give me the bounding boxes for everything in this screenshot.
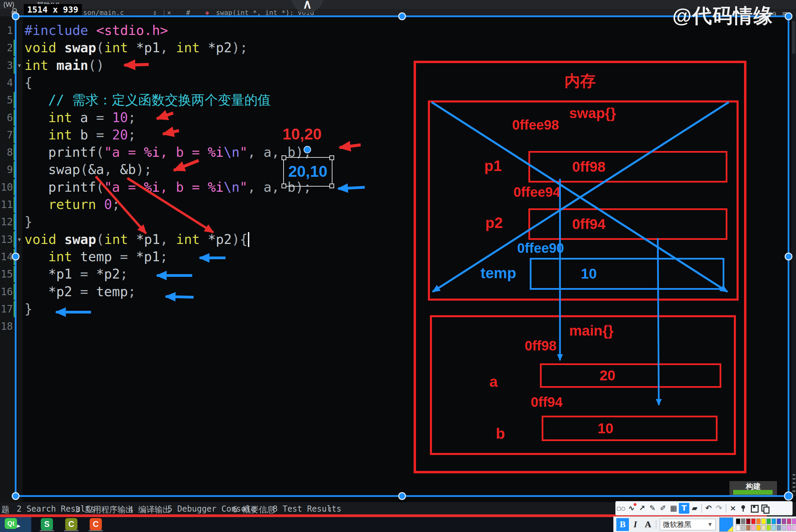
code-line[interactable]: { xyxy=(24,74,32,92)
resize-handle[interactable] xyxy=(329,184,334,188)
current-color-swatch[interactable] xyxy=(719,517,733,532)
palette-color[interactable] xyxy=(756,518,761,524)
palette-color[interactable] xyxy=(736,525,740,531)
palette-color[interactable] xyxy=(772,518,776,524)
palette-color[interactable] xyxy=(766,525,771,531)
font-dropdown[interactable]: 微软雅黑 ▼ xyxy=(660,519,716,530)
scrollbar-thumb[interactable] xyxy=(792,21,795,54)
lock-icon[interactable] xyxy=(12,11,17,15)
menu-item-window[interactable]: (W) xyxy=(3,1,14,8)
code-token: 20 xyxy=(112,127,128,142)
output-tab[interactable]: 题 xyxy=(1,504,10,515)
palette-color[interactable] xyxy=(751,518,756,524)
palette-color[interactable] xyxy=(746,525,750,531)
palette-color[interactable] xyxy=(766,518,771,524)
editor-scrollbar[interactable] xyxy=(791,16,796,496)
outline-button[interactable]: A xyxy=(642,518,654,531)
palette-color[interactable] xyxy=(756,525,761,531)
code-token: \n xyxy=(224,179,240,195)
resize-handle[interactable] xyxy=(282,184,286,188)
palette-color[interactable] xyxy=(741,518,745,524)
undo-icon[interactable]: ↶ xyxy=(703,503,714,514)
code-token: void xyxy=(24,232,64,247)
pencil-icon[interactable]: ✎ xyxy=(647,503,658,514)
marker-icon[interactable]: ✐ xyxy=(658,503,668,514)
output-tab[interactable]: 6 概要信息 xyxy=(233,504,275,515)
arrow-icon[interactable]: ↗ xyxy=(637,503,647,514)
build-progress-panel[interactable]: 构建 xyxy=(729,481,777,496)
taskbar-item-qt[interactable]: Qt xyxy=(5,518,17,529)
output-tab[interactable]: 4 编译输出 xyxy=(128,504,171,515)
palette-color[interactable] xyxy=(736,518,740,524)
code-token: // 需求：定义函数交换两个变量的值 xyxy=(48,92,271,108)
palette-color[interactable] xyxy=(782,518,786,524)
line-number: 15 xyxy=(0,265,13,283)
tabs-sorter-icon[interactable]: ⇕ xyxy=(327,504,332,514)
swap-frame-label: swap{} xyxy=(569,105,616,121)
collapse-button[interactable]: ∧ xyxy=(291,0,324,13)
taskbar-item-camtasia-green[interactable]: C xyxy=(65,518,77,530)
palette-color[interactable] xyxy=(777,525,781,531)
cancel-icon[interactable]: × xyxy=(728,503,738,514)
code-token: *p2 xyxy=(200,232,232,247)
text-annotation-box[interactable]: 20,10 xyxy=(283,157,332,187)
taskbar-item-camtasia-orange[interactable]: C xyxy=(90,518,102,530)
file-path[interactable]: son/main.c xyxy=(83,8,124,17)
code-line[interactable]: swap(&a, &b); xyxy=(24,161,152,178)
palette-color[interactable] xyxy=(787,518,791,524)
italic-button[interactable]: I xyxy=(629,518,641,531)
code-line[interactable]: } xyxy=(24,213,32,231)
fold-marker-icon[interactable]: ▾ xyxy=(16,57,22,74)
var-value-p1: 0ff98 xyxy=(530,153,648,181)
palette-color[interactable] xyxy=(772,525,776,531)
pin-icon[interactable] xyxy=(738,503,749,514)
code-line[interactable]: *p1 = *p2; xyxy=(24,265,128,283)
close-file-icon[interactable]: × xyxy=(167,8,171,17)
polyline-icon[interactable]: ∿ xyxy=(626,503,637,514)
file-spinner-icon[interactable]: ⇕ xyxy=(153,8,157,17)
palette-color[interactable] xyxy=(746,518,750,524)
main-frame: main{} 0ff98 a 20 0ff94 b 10 xyxy=(430,315,736,455)
code-line[interactable]: *p2 = temp; xyxy=(24,283,136,301)
palette-color[interactable] xyxy=(761,525,766,531)
code-line[interactable]: void swap(int *p1, int *p2); xyxy=(24,39,248,57)
code-line[interactable]: printf("a = %i, b = %i\n", a, b); xyxy=(24,178,311,196)
palette-color[interactable] xyxy=(787,525,791,531)
rotate-handle[interactable] xyxy=(304,146,311,153)
fold-marker-icon[interactable]: ▾ xyxy=(16,231,22,248)
palette-color[interactable] xyxy=(792,518,796,524)
code-line[interactable]: #include <stdio.h> xyxy=(24,22,168,39)
palette-color[interactable] xyxy=(751,525,756,531)
palette-color[interactable] xyxy=(761,518,766,524)
code-line[interactable]: int a = 10; xyxy=(24,109,136,127)
code-line[interactable]: return 0; xyxy=(24,196,120,213)
taskbar-item-screentogif[interactable]: S xyxy=(41,518,53,530)
hash-icon[interactable]: # xyxy=(186,8,190,17)
text-icon[interactable]: T xyxy=(679,503,689,514)
code-line[interactable]: void swap(int *p1, int *p2){ xyxy=(24,231,248,248)
code-line[interactable]: printf("a = %i, b = %i\n", a, b); xyxy=(24,144,311,161)
eraser-icon[interactable]: ▰ xyxy=(689,503,700,514)
redo-icon[interactable]: ↷ xyxy=(714,503,724,514)
code-line[interactable]: // 需求：定义函数交换两个变量的值 xyxy=(24,91,271,109)
palette-color[interactable] xyxy=(792,525,796,531)
code-token: ( xyxy=(96,179,104,195)
change-bar xyxy=(14,92,15,108)
palette-color[interactable] xyxy=(777,518,781,524)
palette-color[interactable] xyxy=(782,525,786,531)
shapes-icon[interactable]: ▢○ xyxy=(616,503,626,514)
copy-icon[interactable] xyxy=(759,503,770,514)
resize-handle[interactable] xyxy=(282,155,286,160)
line-number: 18 xyxy=(0,318,13,335)
code-line[interactable]: int b = 20; xyxy=(24,126,136,144)
palette-color[interactable] xyxy=(741,525,745,531)
bold-button[interactable]: B xyxy=(616,518,629,531)
code-line[interactable]: int main() xyxy=(24,57,104,74)
resize-handle[interactable] xyxy=(329,155,334,160)
code-line[interactable]: int temp = *p1; xyxy=(24,248,168,266)
save-icon[interactable] xyxy=(749,503,759,514)
output-tab[interactable]: 3 应用程序输出 xyxy=(75,504,134,515)
code-line[interactable]: } xyxy=(24,300,32,318)
split-editor-icon[interactable]: ⊞+ xyxy=(782,10,792,19)
mosaic-icon[interactable]: ▦ xyxy=(668,503,679,514)
